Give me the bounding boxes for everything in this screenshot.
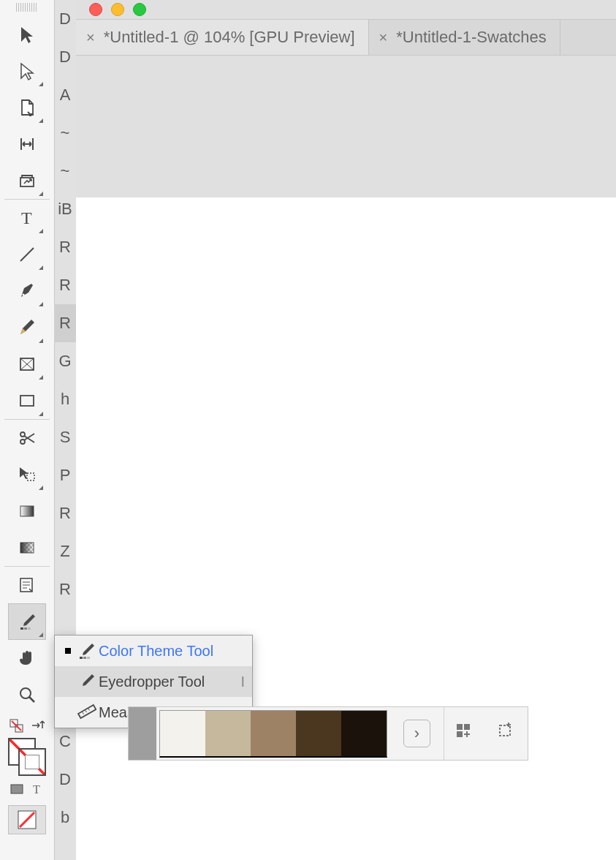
shortcut-marker: A bbox=[54, 76, 76, 114]
window-close-button[interactable] bbox=[89, 3, 102, 16]
fill-stroke-swap-row bbox=[8, 717, 46, 735]
flyout-indicator-icon bbox=[39, 339, 43, 343]
tab-label: *Untitled-1-Swatches bbox=[396, 28, 546, 47]
keyboard-shortcut-column: DDA~~iBRRRGhSPRZRCDb bbox=[54, 0, 76, 860]
direct-selection-tool[interactable] bbox=[8, 53, 46, 89]
svg-rect-2 bbox=[20, 178, 34, 186]
line-tool[interactable] bbox=[8, 236, 46, 273]
pen-tool[interactable] bbox=[8, 273, 46, 309]
flyout-tool-icon bbox=[74, 641, 99, 661]
flyout-item[interactable]: Color Theme Tool bbox=[55, 635, 252, 666]
theme-swatch[interactable] bbox=[341, 710, 387, 758]
svg-line-43 bbox=[88, 709, 90, 711]
page-tool[interactable] bbox=[8, 89, 46, 126]
add-to-libraries-icon[interactable] bbox=[495, 721, 517, 746]
formatting-affects-row: T bbox=[8, 780, 46, 798]
shortcut-marker: Z bbox=[54, 532, 76, 570]
tab-close-icon[interactable]: × bbox=[86, 29, 95, 46]
svg-rect-44 bbox=[457, 724, 463, 730]
shortcut-marker: b bbox=[54, 799, 76, 837]
document-canvas[interactable] bbox=[76, 197, 616, 860]
window-minimize-button[interactable] bbox=[111, 3, 124, 16]
svg-text:T: T bbox=[21, 208, 32, 227]
hand-tool[interactable] bbox=[8, 640, 46, 676]
scissors-tool[interactable] bbox=[8, 420, 46, 456]
document-tab-strip: ×*Untitled-1 @ 104% [GPU Preview]×*Untit… bbox=[76, 19, 616, 56]
type-tool[interactable]: T bbox=[8, 200, 46, 236]
flyout-indicator-icon bbox=[39, 486, 43, 490]
free-transform-tool[interactable] bbox=[8, 456, 46, 493]
add-to-swatches-icon[interactable] bbox=[454, 721, 476, 746]
svg-rect-20 bbox=[20, 543, 34, 553]
gap-tool[interactable] bbox=[8, 126, 46, 162]
toolbar-grip[interactable] bbox=[16, 3, 38, 12]
svg-line-29 bbox=[29, 697, 34, 702]
gradient-feather-tool[interactable] bbox=[8, 529, 46, 566]
flyout-indicator-icon bbox=[39, 412, 43, 416]
shortcut-marker: D bbox=[54, 761, 76, 799]
flyout-tool-icon bbox=[74, 671, 99, 692]
flyout-item-label: Color Theme Tool bbox=[99, 643, 213, 660]
note-tool[interactable] bbox=[8, 567, 46, 603]
flyout-indicator-icon bbox=[39, 82, 43, 86]
theme-swatch[interactable] bbox=[251, 710, 296, 758]
selection-tool[interactable] bbox=[8, 16, 46, 53]
swap-fill-stroke-icon[interactable] bbox=[28, 717, 46, 735]
svg-rect-15 bbox=[20, 506, 34, 516]
shortcut-marker: ~ bbox=[54, 152, 76, 190]
theme-swatch[interactable] bbox=[159, 710, 205, 758]
color-theme-next-button[interactable]: › bbox=[403, 720, 430, 747]
svg-rect-40 bbox=[78, 705, 96, 718]
default-fill-stroke-icon[interactable] bbox=[8, 717, 26, 735]
theme-swatch[interactable] bbox=[205, 710, 251, 758]
flyout-indicator-icon bbox=[39, 118, 43, 123]
flyout-indicator-icon bbox=[39, 633, 43, 637]
stroke-proxy[interactable] bbox=[18, 748, 46, 776]
formatting-text-icon[interactable]: T bbox=[28, 780, 46, 798]
shortcut-marker: S bbox=[54, 418, 76, 456]
content-collector-tool[interactable] bbox=[8, 162, 46, 199]
color-theme-base-swatch[interactable] bbox=[129, 707, 156, 760]
shortcut-marker: P bbox=[54, 456, 76, 494]
svg-line-4 bbox=[20, 248, 34, 261]
tab-close-icon[interactable]: × bbox=[379, 29, 388, 46]
svg-rect-27 bbox=[28, 627, 31, 630]
gradient-swatch-tool[interactable] bbox=[8, 493, 46, 529]
pencil-tool[interactable] bbox=[8, 309, 46, 346]
svg-rect-39 bbox=[87, 657, 90, 659]
color-theme-swatches bbox=[156, 707, 390, 760]
svg-rect-33 bbox=[11, 785, 23, 793]
shortcut-marker: ~ bbox=[54, 114, 76, 152]
svg-rect-9 bbox=[20, 396, 34, 406]
flyout-tool-icon bbox=[74, 702, 99, 723]
flyout-indicator-icon bbox=[39, 302, 43, 306]
formatting-container-icon[interactable] bbox=[8, 780, 26, 798]
color-theme-panel: › bbox=[128, 706, 528, 761]
apply-none-button[interactable] bbox=[8, 805, 46, 834]
svg-rect-46 bbox=[457, 731, 463, 737]
flyout-item-label: Eyedropper Tool bbox=[99, 674, 205, 690]
rectangle-tool[interactable] bbox=[8, 382, 46, 419]
shortcut-marker: R bbox=[54, 304, 76, 342]
window-zoom-button[interactable] bbox=[133, 3, 146, 16]
shortcut-marker: G bbox=[54, 342, 76, 380]
flyout-indicator-icon bbox=[39, 192, 43, 196]
flyout-item[interactable]: Eyedropper ToolI bbox=[55, 666, 252, 697]
document-tab[interactable]: ×*Untitled-1 @ 104% [GPU Preview] bbox=[76, 20, 369, 55]
svg-line-42 bbox=[85, 711, 87, 713]
flyout-shortcut: I bbox=[240, 674, 245, 690]
svg-rect-14 bbox=[27, 473, 34, 480]
svg-rect-37 bbox=[80, 657, 83, 659]
svg-rect-38 bbox=[83, 657, 86, 659]
svg-rect-47 bbox=[500, 725, 510, 736]
zoom-tool[interactable] bbox=[8, 676, 46, 713]
theme-swatch[interactable] bbox=[296, 710, 341, 758]
shortcut-marker: R bbox=[54, 228, 76, 266]
fill-stroke-proxy[interactable] bbox=[8, 738, 46, 776]
document-tab[interactable]: ×*Untitled-1-Swatches bbox=[369, 20, 560, 55]
rectangle-frame-tool[interactable] bbox=[8, 346, 46, 382]
shortcut-marker: R bbox=[54, 266, 76, 304]
shortcut-marker: D bbox=[54, 0, 76, 38]
color-theme-tool[interactable] bbox=[8, 603, 46, 640]
shortcut-marker: D bbox=[54, 38, 76, 76]
